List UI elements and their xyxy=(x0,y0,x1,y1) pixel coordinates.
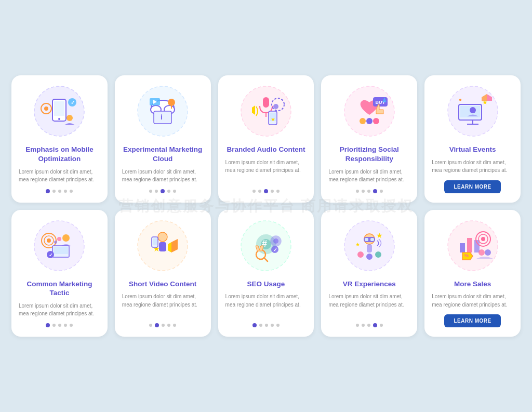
svg-rect-83 xyxy=(460,243,465,252)
seo-usage-body: Lorem ipsum dolor sit dim amet, mea regi… xyxy=(225,293,307,318)
short-video-footer xyxy=(122,323,204,327)
svg-text:★: ★ xyxy=(376,231,383,240)
vr-experiences-dot-2[interactable] xyxy=(367,324,370,327)
seo-usage-dots xyxy=(252,323,280,327)
svg-point-45 xyxy=(47,238,51,243)
seo-usage-dot-3[interactable] xyxy=(271,324,274,327)
emphasis-mobile-dot-3[interactable] xyxy=(64,190,67,193)
branded-audio-title: Branded Audio Content xyxy=(227,145,305,154)
common-marketing-dot-1[interactable] xyxy=(52,324,56,327)
common-marketing-dot-4[interactable] xyxy=(70,324,73,327)
common-marketing-dot-3[interactable] xyxy=(64,324,67,327)
svg-point-48 xyxy=(62,234,70,242)
social-responsibility-dot-4[interactable] xyxy=(380,190,383,193)
svg-point-33 xyxy=(373,118,379,124)
vr-experiences-dot-4[interactable] xyxy=(380,324,383,327)
svg-point-52 xyxy=(54,241,57,244)
emphasis-mobile-dot-1[interactable] xyxy=(52,190,56,193)
more-sales-learn-more-button[interactable]: LEARN MORE xyxy=(444,314,500,327)
emphasis-mobile-dot-2[interactable] xyxy=(58,190,61,193)
card-vr-experiences: ★ ★ VR ExperiencesLorem ipsum dolor sit … xyxy=(321,210,417,337)
virtual-events-icon: ★ ● xyxy=(444,83,501,140)
short-video-dot-0[interactable] xyxy=(149,324,152,327)
short-video-dot-1[interactable] xyxy=(155,323,159,327)
svg-text:★: ★ xyxy=(271,116,275,122)
common-marketing-dot-2[interactable] xyxy=(58,324,61,327)
branded-audio-icon: ★ xyxy=(237,83,295,140)
branded-audio-dot-4[interactable] xyxy=(276,190,280,193)
short-video-dot-4[interactable] xyxy=(173,324,176,327)
card-experimental-marketing: i Experimental Marketing CloudLorem ipsu… xyxy=(115,75,211,202)
social-responsibility-title: Prioritizing Social Responsibility xyxy=(328,145,410,163)
svg-point-80 xyxy=(366,254,373,260)
svg-text:✓: ✓ xyxy=(49,252,53,258)
svg-rect-47 xyxy=(54,247,68,254)
svg-text:%: % xyxy=(464,253,469,258)
common-marketing-dot-0[interactable] xyxy=(46,323,50,327)
vr-experiences-dot-3[interactable] xyxy=(373,323,377,327)
seo-usage-dot-0[interactable] xyxy=(252,323,257,327)
social-responsibility-dots xyxy=(356,189,383,193)
vr-experiences-dot-1[interactable] xyxy=(362,324,365,327)
short-video-dot-2[interactable] xyxy=(162,324,165,327)
vr-experiences-dot-0[interactable] xyxy=(356,324,359,327)
branded-audio-dot-0[interactable] xyxy=(252,190,256,193)
seo-usage-dot-1[interactable] xyxy=(259,324,262,327)
experimental-marketing-title: Experimental Marketing Cloud xyxy=(122,145,204,163)
svg-point-22 xyxy=(273,104,278,109)
emphasis-mobile-dots xyxy=(46,189,73,193)
experimental-marketing-dot-0[interactable] xyxy=(149,190,152,193)
social-responsibility-dot-0[interactable] xyxy=(356,190,359,193)
branded-audio-dot-3[interactable] xyxy=(271,190,274,193)
svg-point-88 xyxy=(481,237,485,241)
social-responsibility-dot-3[interactable] xyxy=(373,189,377,193)
experimental-marketing-dot-1[interactable] xyxy=(155,190,158,193)
experimental-marketing-dot-4[interactable] xyxy=(173,190,176,193)
common-marketing-footer xyxy=(19,323,100,327)
svg-point-31 xyxy=(360,118,366,124)
svg-point-90 xyxy=(478,249,485,256)
svg-rect-75 xyxy=(370,238,374,241)
branded-audio-dot-2[interactable] xyxy=(264,189,268,193)
svg-point-5 xyxy=(44,107,48,111)
more-sales-title: More Sales xyxy=(454,280,491,289)
svg-point-51 xyxy=(57,237,61,241)
more-sales-icon: % xyxy=(444,217,501,274)
svg-text:✓: ✓ xyxy=(71,100,75,105)
vr-experiences-dots xyxy=(356,323,383,327)
virtual-events-footer: LEARN MORE xyxy=(432,180,513,193)
cards-grid: ✓ Emphasis on Mobile OptimizationLorem i… xyxy=(11,75,521,336)
seo-usage-dot-4[interactable] xyxy=(276,324,280,327)
common-marketing-icon: ✓ xyxy=(31,217,88,274)
svg-rect-13 xyxy=(154,111,171,124)
short-video-dots xyxy=(149,323,176,327)
short-video-body: Lorem ipsum dolor sit dim amet, mea regi… xyxy=(122,293,204,318)
svg-text:●: ● xyxy=(459,97,462,102)
short-video-icon: ★ xyxy=(134,217,191,274)
vr-experiences-footer xyxy=(328,323,410,327)
vr-experiences-body: Lorem ipsum dolor sit dim amet, mea regi… xyxy=(328,293,410,318)
emphasis-mobile-dot-0[interactable] xyxy=(46,189,50,193)
experimental-marketing-dot-3[interactable] xyxy=(167,190,170,193)
seo-usage-dot-2[interactable] xyxy=(265,324,268,327)
card-short-video: ★ Short Video ContentLorem ipsum dolor s… xyxy=(115,210,211,337)
svg-rect-55 xyxy=(159,242,166,251)
emphasis-mobile-icon: ✓ xyxy=(31,83,88,140)
svg-point-8 xyxy=(66,115,73,121)
experimental-marketing-icon: i xyxy=(134,83,191,140)
common-marketing-body: Lorem ipsum dolor sit dim amet, mea regi… xyxy=(19,302,100,318)
short-video-dot-3[interactable] xyxy=(167,324,170,327)
branded-audio-dot-1[interactable] xyxy=(258,190,261,193)
experimental-marketing-dot-2[interactable] xyxy=(161,189,165,193)
more-sales-footer: LEARN MORE xyxy=(432,314,513,327)
branded-audio-body: Lorem ipsum dolor sit dim amet, mea regi… xyxy=(225,158,307,184)
social-responsibility-dot-1[interactable] xyxy=(362,190,365,193)
vr-experiences-title: VR Experiences xyxy=(343,280,396,289)
svg-point-81 xyxy=(375,251,381,258)
virtual-events-learn-more-button[interactable]: LEARN MORE xyxy=(444,180,500,193)
svg-rect-84 xyxy=(467,238,472,252)
social-responsibility-dot-2[interactable] xyxy=(367,190,370,193)
svg-point-54 xyxy=(158,232,167,242)
emphasis-mobile-dot-4[interactable] xyxy=(70,190,73,193)
card-social-responsibility: BUY Prioritizing Social ResponsibilityLo… xyxy=(321,75,417,202)
